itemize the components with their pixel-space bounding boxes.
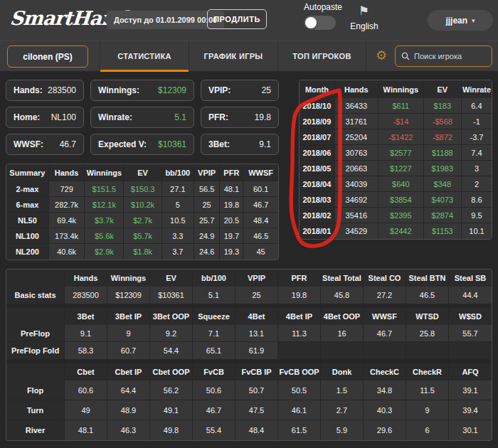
column-header: Squeeze (193, 308, 235, 325)
autopaste-label: Autopaste (304, 2, 342, 12)
gear-icon[interactable]: ⚙ (376, 48, 387, 63)
monthly-table: MonthHandsWinningsEVWinrate2018/1036433$… (299, 80, 492, 240)
search-box[interactable] (395, 46, 492, 67)
tab-2[interactable]: ТОП ИГРОКОВ (277, 41, 366, 71)
cell: $2.9k (85, 244, 124, 260)
column-header: AFQ (449, 363, 492, 380)
cell: 20663 (335, 161, 378, 176)
row-label: NL100 (6, 228, 49, 244)
stat-card: Winrate:5.1 (90, 107, 194, 128)
table-row: PreFlop9.199.27.113.111.31646.725.855.7 (6, 325, 492, 342)
cell: $5.6k (85, 228, 124, 244)
table-row: Turn4948.949.146.747.546.12.740.3939.4 (6, 400, 492, 420)
cell: 283500 (65, 287, 107, 304)
row-label: 2018/03 (300, 192, 335, 208)
cell: 46.5 (406, 287, 449, 304)
cell: 10.1 (462, 223, 492, 239)
cell: 45 (243, 244, 278, 260)
column-header: bb/100 (193, 270, 235, 287)
column-header: Winnings (378, 80, 424, 98)
table-row: 2018/0630763$2577$11887.4 (300, 145, 492, 161)
column-header: Hands (65, 270, 107, 287)
column-header: 4Bet (235, 308, 278, 325)
row-label: 2018/01 (300, 223, 335, 239)
column-header: EV (150, 270, 193, 287)
cell: 48.1 (220, 181, 243, 197)
cell: 7.1 (193, 325, 235, 342)
player-button[interactable]: cilonen (PS) (7, 46, 88, 68)
stat-card-label: Hands: (14, 85, 43, 95)
cell: 11.3 (278, 325, 321, 342)
column-header: FvCB OOP (278, 363, 321, 380)
cell: $150.3 (124, 181, 162, 197)
cell: 60.1 (243, 181, 278, 197)
cell: 9.1 (65, 325, 107, 342)
tab-list: СТАТИСТИКАГРАФИК ИГРЫТОП ИГРОКОВ (100, 41, 366, 71)
cell: 729 (49, 181, 85, 197)
cell: 46.7 (243, 197, 278, 213)
cell: $1227 (378, 161, 424, 176)
stat-card-label: WWSF: (14, 139, 43, 149)
cell: $4073 (424, 192, 462, 208)
cell: 48.1 (65, 420, 107, 440)
cell: $640 (378, 176, 424, 192)
autopaste-toggle[interactable] (304, 16, 336, 30)
stats-section-2: CbetCbet IPCbet OOPFvCBFvCB IPFvCB OOPDo… (6, 363, 492, 440)
table-row: 2018/0520663$1227$19833 (300, 161, 492, 176)
column-header: WTSD (406, 308, 449, 325)
stats-section-1: 3Bet3Bet IP3Bet OOPSqueeze4Bet4Bet IP4Be… (6, 308, 492, 359)
cell: 61.9 (235, 342, 278, 359)
cell: 46.5 (243, 228, 278, 244)
stat-card-label: PFR: (208, 112, 228, 122)
summary-table: SummaryHandsWinningsEVbb/100VPIPPFRWWSF2… (6, 164, 279, 260)
cell: 48.9 (107, 400, 150, 420)
cell: 46.7 (364, 325, 406, 342)
cell: 2.7 (321, 400, 364, 420)
table-header-row: SummaryHandsWinningsEVbb/100VPIPPFRWWSF (6, 164, 278, 181)
stat-card-value: 5.1 (174, 112, 186, 122)
cell: $2874 (424, 208, 462, 223)
user-menu[interactable]: jjjean ▾ (428, 10, 493, 31)
language-selector[interactable]: English (347, 21, 381, 31)
cell: 9.5 (462, 208, 492, 223)
cell: $2577 (378, 145, 424, 161)
row-label: River (6, 420, 65, 440)
renew-button[interactable]: ПРОДЛИТЬ (207, 9, 267, 29)
stat-card: Winnings:$12309 (90, 80, 194, 101)
column-header: WWSF (243, 164, 278, 181)
row-label: PreFlop Fold (6, 342, 65, 359)
cell: 64.4 (107, 380, 150, 400)
cell: 19.7 (220, 228, 243, 244)
cell: 20.5 (220, 213, 243, 228)
cell: $10.2k (124, 197, 162, 213)
user-name: jjjean (445, 16, 467, 26)
cell: 5.1 (193, 287, 235, 304)
column-header: Steal CO (364, 270, 406, 287)
table-row: 2018/1036433$611$1836.4 (300, 98, 492, 114)
table-row: NL5069.4k$3.7k$2.7k10.525.720.548.4 (6, 213, 278, 228)
cell: 47.5 (235, 400, 278, 420)
row-label: 2018/10 (300, 98, 335, 114)
column-header: Hands (335, 80, 378, 98)
tab-0[interactable]: СТАТИСТИКА (100, 41, 189, 71)
cell: 60.7 (107, 342, 150, 359)
stat-card-value: 25 (262, 85, 271, 95)
cell: 10.5 (162, 213, 194, 228)
cell (278, 342, 321, 359)
column-header: 3Bet (65, 308, 107, 325)
cell: 19.8 (220, 197, 243, 213)
cell (449, 342, 492, 359)
tab-1[interactable]: ГРАФИК ИГРЫ (189, 41, 277, 71)
cell: 24.9 (194, 228, 221, 244)
table-header-row: MonthHandsWinningsEVWinrate (300, 80, 492, 98)
column-header: Summary (6, 164, 49, 181)
column-header: Steal SB (449, 270, 492, 287)
stat-card-label: 3Bet: (208, 139, 230, 149)
cell: -$14 (378, 114, 424, 129)
cell: 34039 (335, 176, 378, 192)
cell: -$568 (424, 114, 462, 129)
column-header: Cbet (65, 363, 107, 380)
search-input[interactable] (414, 52, 486, 60)
row-label: NL50 (6, 213, 49, 228)
cell: 56.2 (150, 380, 193, 400)
